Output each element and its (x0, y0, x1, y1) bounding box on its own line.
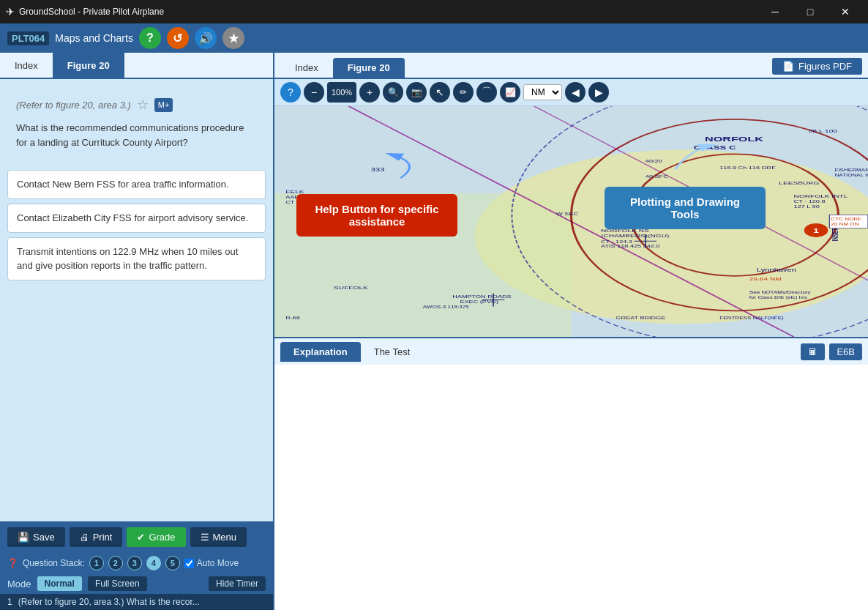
menu-icon: ☰ (201, 532, 209, 543)
menu-button[interactable]: ☰ Menu (190, 527, 247, 547)
grade-icon: ✔ (137, 532, 145, 543)
stack-num-1[interactable]: 1 (89, 556, 104, 570)
svg-text:Lynnhaven: Lynnhaven (757, 267, 796, 272)
main-toolbar: PLT064 Maps and Charts ? ↺ 🔊 ★ (0, 23, 868, 53)
main-content: Index Figure 20 (Refer to figure 20, are… (0, 53, 868, 610)
mode-row: Mode Normal Full Screen Hide Timer (0, 573, 273, 594)
svg-text:CT - 120.8: CT - 120.8 (794, 199, 826, 204)
mp-badge: M+ (154, 98, 173, 112)
svg-text:R-66: R-66 (285, 316, 300, 320)
stack-label: ❓ (7, 558, 18, 568)
status-bar: 1 (Refer to figure 20, area 3.) What is … (0, 594, 273, 610)
stack-num-3[interactable]: 3 (127, 556, 142, 570)
svg-text:CT - 124.3: CT - 124.3 (601, 239, 632, 244)
svg-text:W SEC: W SEC (556, 212, 579, 216)
map-arc-button[interactable]: ⌒ (476, 82, 497, 103)
map-select-button[interactable]: ↖ (430, 82, 450, 103)
auto-move-checkbox[interactable] (184, 559, 194, 568)
svg-text:1: 1 (813, 227, 820, 234)
category-badge: PLT064 (7, 31, 49, 45)
svg-text:GREAT BRIDGE: GREAT BRIDGE (616, 316, 665, 320)
map-help-button[interactable]: ? (280, 82, 301, 103)
answer-item-2[interactable]: Contact Elizabeth City FSS for airport a… (7, 204, 266, 233)
tab-the-test[interactable]: The Test (361, 342, 424, 362)
svg-text:SUFFOLK: SUFFOLK (334, 285, 368, 290)
map-next-button[interactable]: ▶ (588, 82, 609, 103)
right-tab-figure20[interactable]: Figure 20 (333, 58, 405, 78)
maximize-button[interactable]: □ (793, 0, 827, 23)
svg-text:FISHERMAN: FISHERMAN (834, 168, 868, 172)
answer-item-3[interactable]: Transmit intentions on 122.9 MHz when 10… (7, 237, 266, 280)
svg-text:ATIS 118.425 342.0: ATIS 118.425 342.0 (601, 244, 659, 248)
svg-text:(CHAMBERS)(NGU): (CHAMBERS)(NGU) (601, 234, 670, 239)
answer-item-1[interactable]: Contact New Bern FSS for area traffic in… (7, 170, 266, 199)
bottom-buttons: 🖩 E6B (801, 343, 862, 360)
svg-text:NORFOLK INTL: NORFOLK INTL (794, 193, 848, 198)
tab-index[interactable]: Index (0, 53, 53, 78)
content-area (274, 365, 868, 610)
star-button[interactable]: ★ (222, 27, 244, 49)
nm-select[interactable]: NM SM KM (523, 84, 562, 100)
map-zoom-100-button[interactable]: 100% (327, 82, 356, 103)
status-num: 1 (7, 597, 12, 607)
refresh-button[interactable]: ↺ (167, 27, 189, 49)
bottom-tabs-left: Explanation The Test (280, 342, 423, 362)
mode-fullscreen-button[interactable]: Full Screen (88, 576, 147, 591)
svg-text:333: 333 (371, 167, 385, 172)
map-image: NORFOLK CLASS C NORFOLK NS (CHAMBERS)(NG… (274, 106, 868, 337)
mode-normal-button[interactable]: Normal (37, 576, 82, 591)
svg-text:See NOTAMs/Directory: See NOTAMs/Directory (749, 290, 812, 294)
svg-text:FENTRESS NALF(NFE): FENTRESS NALF(NFE) (719, 316, 784, 321)
stack-num-5[interactable]: 5 (165, 556, 180, 570)
map-camera-button[interactable]: 📷 (406, 82, 427, 103)
question-card: (Refer to figure 20, area 3.) ☆ M+ What … (7, 86, 266, 158)
favorite-star[interactable]: ☆ (137, 95, 149, 115)
figures-pdf-button[interactable]: 📄 Figures PDF (772, 58, 862, 75)
e6b-button[interactable]: E6B (829, 343, 862, 360)
save-icon: 💾 (18, 532, 29, 543)
title-bar: ✈ GroundSchool - Private Pilot Airplane … (0, 0, 868, 23)
svg-text:20 NM ON: 20 NM ON (831, 223, 858, 226)
svg-text:HAMPTON ROADS: HAMPTON ROADS (452, 294, 511, 299)
minimize-button[interactable]: ─ (758, 0, 792, 23)
map-prev-button[interactable]: ◀ (565, 82, 585, 103)
save-button[interactable]: 💾 Save (7, 527, 65, 547)
svg-text:LEESBURG: LEESBURG (779, 180, 819, 185)
right-tab-index[interactable]: Index (280, 58, 333, 78)
grade-button[interactable]: ✔ Grade (127, 527, 185, 547)
watermark: FAATest.com (798, 319, 862, 331)
map-search-button[interactable]: 🔍 (383, 82, 403, 103)
calculator-button[interactable]: 🖩 (801, 343, 825, 360)
svg-text:NORFOLK: NORFOLK (705, 135, 764, 143)
map-zoom-out-button[interactable]: − (304, 82, 324, 103)
map-area[interactable]: NORFOLK CLASS C NORFOLK NS (CHAMBERS)(NG… (274, 106, 868, 337)
hide-timer-button[interactable]: Hide Timer (209, 576, 266, 591)
bottom-tabs-bar: Explanation The Test 🖩 E6B (274, 337, 868, 365)
pdf-icon: 📄 (782, 61, 794, 72)
question-header: (Refer to figure 20, area 3.) ☆ M+ (16, 95, 257, 115)
svg-text:for Class D/E (sfc) hrs: for Class D/E (sfc) hrs (749, 295, 808, 300)
svg-text:AWOS-3 118:375: AWOS-3 118:375 (423, 305, 469, 309)
action-bar: 💾 Save 🖨 Print ✔ Grade ☰ Menu (0, 521, 273, 553)
svg-point-46 (804, 223, 828, 237)
stack-num-2[interactable]: 2 (108, 556, 123, 570)
svg-text:116.9 Ch 116 ORF: 116.9 Ch 116 ORF (719, 165, 776, 170)
close-button[interactable]: ✕ (828, 0, 862, 23)
tab-explanation[interactable]: Explanation (280, 342, 361, 362)
question-ref: (Refer to figure 20, area 3.) (16, 98, 131, 113)
stack-num-4[interactable]: 4 (146, 556, 161, 570)
audio-button[interactable]: 🔊 (195, 27, 217, 49)
map-draw-button[interactable]: ✏ (453, 82, 474, 103)
map-zoom-in-button[interactable]: + (359, 82, 380, 103)
tab-figure20[interactable]: Figure 20 (53, 53, 124, 78)
svg-text:EXEC (PVG): EXEC (PVG) (460, 300, 498, 304)
left-panel: Index Figure 20 (Refer to figure 20, are… (0, 53, 274, 610)
print-button[interactable]: 🖨 Print (70, 527, 123, 547)
help-button[interactable]: ? (139, 27, 161, 49)
toolbar-title: Maps and Charts (55, 32, 133, 44)
right-panel: Index Figure 20 📄 Figures PDF ? − 100% +… (274, 53, 868, 610)
status-text: (Refer to figure 20, area 3.) What is th… (18, 597, 200, 607)
app-title: GroundSchool - Private Pilot Airplane (19, 7, 164, 17)
stack-row: ❓ Question Stack: 1 2 3 4 5 Auto Move (0, 553, 273, 573)
map-chart-button[interactable]: 📈 (500, 82, 520, 103)
